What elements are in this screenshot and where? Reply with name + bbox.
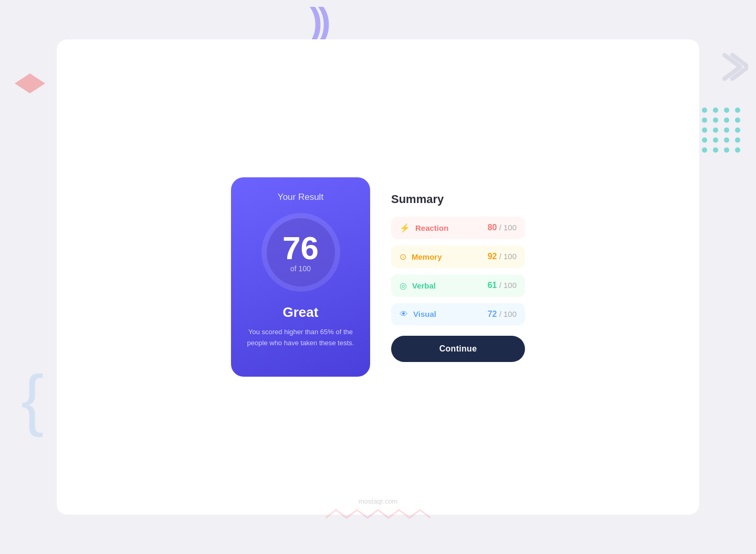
summary-item-visual: 👁 Visual 72 / 100 <box>391 303 525 325</box>
verbal-score: 61 / 100 <box>488 281 517 290</box>
item-memory-left: ⊙ Memory <box>400 252 442 262</box>
score-circle: 76 of 100 <box>261 213 340 292</box>
item-reaction-left: ⚡ Reaction <box>400 223 448 233</box>
deco-quotes: )) <box>310 3 327 40</box>
main-container: Your Result 76 of 100 Great You scored h… <box>57 39 699 515</box>
visual-icon: 👁 <box>400 310 408 319</box>
memory-out-of: / 100 <box>499 252 517 261</box>
item-verbal-left: ◎ Verbal <box>400 281 436 291</box>
summary-item-memory: ⊙ Memory 92 / 100 <box>391 246 525 268</box>
score-out-of: of 100 <box>290 264 311 273</box>
memory-score-value: 92 <box>488 252 497 261</box>
item-visual-left: 👁 Visual <box>400 310 436 319</box>
verbal-score-value: 61 <box>488 281 497 290</box>
visual-label: Visual <box>413 310 436 318</box>
memory-icon: ⊙ <box>400 252 406 262</box>
score-number: 76 <box>282 232 319 264</box>
reaction-score-value: 80 <box>488 223 497 232</box>
verbal-icon: ◎ <box>400 281 407 291</box>
reaction-out-of: / 100 <box>499 223 517 232</box>
visual-score: 72 / 100 <box>488 310 517 319</box>
summary-items-list: ⚡ Reaction 80 / 100 ⊙ Memory 92 <box>391 217 525 325</box>
grade-label: Great <box>283 304 319 321</box>
summary-item-reaction: ⚡ Reaction 80 / 100 <box>391 217 525 239</box>
memory-label: Memory <box>412 252 442 261</box>
deco-zigzag <box>326 507 430 525</box>
summary-title: Summary <box>391 193 525 206</box>
reaction-score: 80 / 100 <box>488 223 517 232</box>
summary-item-verbal: ◎ Verbal 61 / 100 <box>391 274 525 297</box>
deco-chevron-right <box>719 52 748 83</box>
result-card: Your Result 76 of 100 Great You scored h… <box>231 177 370 377</box>
memory-score: 92 / 100 <box>488 252 517 261</box>
continue-button[interactable]: Continue <box>391 336 525 362</box>
reaction-label: Reaction <box>415 223 448 232</box>
result-card-title: Your Result <box>278 192 323 203</box>
verbal-label: Verbal <box>412 281 436 290</box>
visual-score-value: 72 <box>488 310 497 318</box>
visual-out-of: / 100 <box>499 310 517 318</box>
summary-panel: Summary ⚡ Reaction 80 / 100 ⊙ <box>391 193 525 362</box>
watermark: mostaqr.com <box>359 497 397 505</box>
grade-description: You scored higher than 65% of the people… <box>242 327 360 349</box>
deco-bracket: { <box>21 365 44 433</box>
content-area: Your Result 76 of 100 Great You scored h… <box>231 177 525 377</box>
verbal-out-of: / 100 <box>499 281 517 290</box>
deco-diamond <box>15 73 45 93</box>
reaction-icon: ⚡ <box>400 223 410 233</box>
deco-dots-grid <box>702 108 741 153</box>
